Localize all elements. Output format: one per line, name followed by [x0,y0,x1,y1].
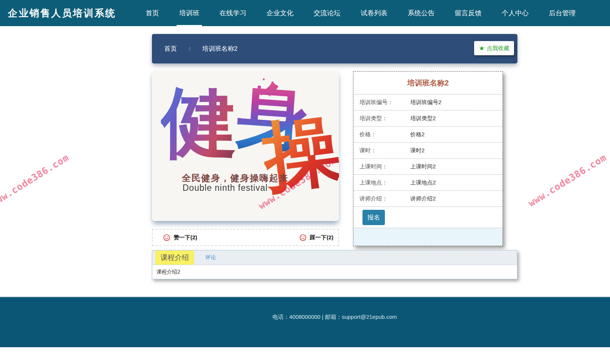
info-row-training-type: 培训类型： 培训类型2 [354,111,502,127]
calligraphy-char: 健 [161,84,237,161]
image-caption-en: Double ninth festival [183,183,268,193]
footer-contact: 电话：4008000000 | 邮箱：support@21epub.com [152,314,517,321]
nav-item-online-learning[interactable]: 在线学习 [217,0,249,26]
info-value: 价格2 [410,131,424,138]
course-tabs: 课程介绍 评论 课程介绍2 [152,250,517,279]
reaction-bar: 赞一下(2) 踩一下(2) [152,229,339,246]
nav-item-profile[interactable]: 个人中心 [499,0,531,26]
info-row-class-time: 上课时间： 上课时间2 [354,159,502,175]
smile-icon [163,234,170,241]
star-icon: ★ [479,45,485,52]
like-button[interactable]: 赞一下(2) [163,234,197,241]
breadcrumb-separator: / [189,46,190,52]
info-row-lecturer: 讲师介绍： 讲师介绍2 [354,191,502,207]
nav-item-home[interactable]: 首页 [143,0,162,26]
nav-item-exam-list[interactable]: 试卷列表 [358,0,390,26]
course-info-panel: 培训班名称2 培训班编号： 培训班编号2 培训类型： 培训类型2 价格： 价格2… [353,71,503,246]
dislike-label: 踩一下(2) [310,234,333,241]
breadcrumb-bar: 首页 / 培训班名称2 ★ 点我收藏 [152,34,517,63]
info-row-course-no: 培训班编号： 培训班编号2 [354,94,502,111]
info-row-class-location: 上课地点： 上课地点2 [354,175,502,191]
footer: 电话：4008000000 | 邮箱：support@21epub.com [0,296,610,347]
info-value: 上课地点2 [410,179,436,186]
info-value: 上课时间2 [410,163,436,170]
tab-bar: 课程介绍 评论 [152,251,517,265]
course-image: 健 身 操 全民健身，健身操嗨起来 Double ninth festival [152,71,339,221]
panel-footer-strip [354,228,502,246]
nav-item-feedback[interactable]: 留言反馈 [452,0,484,26]
nav-item-announcements[interactable]: 系统公告 [405,0,437,26]
tab-comments[interactable]: 评论 [194,251,227,265]
info-value: 课时2 [410,147,424,154]
navbar: 企业销售人员培训系统 首页 培训班 在线学习 企业文化 交流论坛 试卷列表 系统… [0,0,610,26]
info-label: 课时： [360,147,410,154]
dislike-button[interactable]: 踩一下(2) [299,234,333,241]
info-label: 上课地点： [360,179,410,186]
breadcrumb-home[interactable]: 首页 [164,44,177,53]
info-row-hours: 课时： 课时2 [354,143,502,159]
nav-item-admin[interactable]: 后台管理 [546,0,578,26]
collect-button[interactable]: ★ 点我收藏 [474,41,514,55]
enroll-button[interactable]: 报名 [362,210,385,225]
info-value: 讲师介绍2 [410,195,436,202]
watermark: www.code386.com [526,152,609,209]
main-nav: 首页 培训班 在线学习 企业文化 交流论坛 试卷列表 系统公告 留言反馈 个人中… [143,0,578,26]
frown-icon [299,234,306,241]
course-intro-content: 课程介绍2 [152,265,517,279]
watermark: www.code386.com [0,152,71,209]
nav-item-training-classes[interactable]: 培训班 [177,0,202,26]
info-label: 培训类型： [360,115,410,122]
info-label: 讲师介绍： [360,195,410,202]
nav-item-corporate-culture[interactable]: 企业文化 [264,0,296,26]
info-value: 培训班编号2 [410,99,441,106]
breadcrumb-current: 培训班名称2 [202,44,237,53]
info-value: 培训类型2 [410,115,436,122]
enroll-row: 报名 [354,207,502,228]
collect-button-label: 点我收藏 [487,45,509,52]
like-label: 赞一下(2) [174,234,197,241]
info-row-price: 价格： 价格2 [354,127,502,143]
tab-course-intro[interactable]: 课程介绍 [155,251,194,265]
course-title: 培训班名称2 [354,72,502,94]
info-label: 培训班编号： [360,99,410,106]
site-brand[interactable]: 企业销售人员培训系统 [8,7,116,20]
info-label: 上课时间： [360,163,410,170]
nav-item-forum[interactable]: 交流论坛 [311,0,343,26]
image-caption-cn: 全民健身，健身操嗨起来 [182,172,289,184]
info-label: 价格： [360,131,410,138]
